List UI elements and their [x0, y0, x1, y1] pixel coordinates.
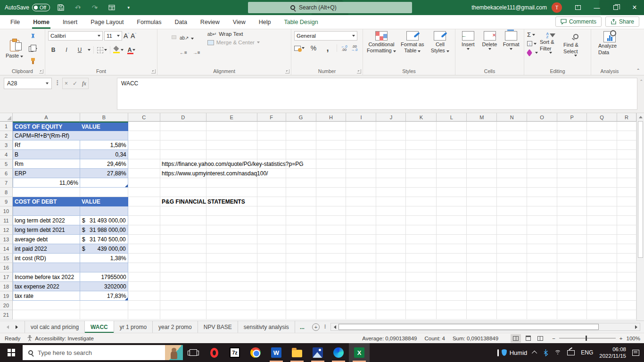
cell-Q11[interactable]	[587, 216, 617, 225]
cell-M19[interactable]	[467, 291, 497, 301]
cell-D8[interactable]	[160, 188, 206, 197]
clipboard-dialog-launcher[interactable]	[39, 69, 43, 74]
restore-button[interactable]	[606, 0, 625, 15]
cell-Q14[interactable]	[587, 244, 617, 254]
cell-N14[interactable]	[497, 244, 527, 254]
cell-A5[interactable]: Rm	[13, 159, 80, 169]
cell-J9[interactable]	[376, 197, 406, 206]
cell-C7[interactable]	[128, 178, 160, 188]
ribbon-tab-insert[interactable]: Insert	[56, 15, 84, 29]
cell-C9[interactable]	[128, 197, 160, 206]
underline-button[interactable]: U	[74, 45, 85, 55]
cell-B10[interactable]	[80, 206, 128, 216]
cell-R18[interactable]	[617, 282, 636, 291]
cell-L17[interactable]	[437, 272, 467, 282]
cell-R14[interactable]	[617, 244, 636, 254]
cell-O9[interactable]	[527, 197, 557, 206]
cell-R12[interactable]	[617, 225, 636, 235]
cell-F21[interactable]	[257, 310, 286, 320]
cell-R7[interactable]	[617, 178, 636, 188]
row-header-14[interactable]: 14	[0, 244, 13, 254]
cell-D15[interactable]	[160, 254, 206, 263]
cell-N9[interactable]	[497, 197, 527, 206]
find-select-button[interactable]: Find & Select	[563, 32, 588, 67]
decrease-indent-button[interactable]: ←≡	[177, 46, 190, 58]
cell-D17[interactable]	[160, 272, 206, 282]
cell-E17[interactable]	[206, 272, 257, 282]
cell-L1[interactable]	[437, 122, 467, 131]
cell-K18[interactable]	[406, 282, 437, 291]
cell-O10[interactable]	[527, 206, 557, 216]
column-header-D[interactable]: D	[160, 113, 206, 122]
cell-M18[interactable]	[467, 282, 497, 291]
cell-M6[interactable]	[467, 169, 497, 178]
align-left-button[interactable]	[160, 50, 165, 54]
cell-E15[interactable]	[206, 254, 257, 263]
wrap-text-button[interactable]: ab↵Wrap Text	[207, 31, 260, 37]
cell-B21[interactable]	[80, 310, 128, 320]
cell-R15[interactable]	[617, 254, 636, 263]
cell-F12[interactable]	[257, 225, 286, 235]
cell-C15[interactable]	[128, 254, 160, 263]
cell-K19[interactable]	[406, 291, 437, 301]
opera-taskbar-item[interactable]	[204, 343, 224, 362]
cell-L15[interactable]	[437, 254, 467, 263]
cell-H15[interactable]	[316, 254, 347, 263]
cell-B4[interactable]: 0,34	[80, 150, 128, 159]
cell-E13[interactable]	[206, 235, 257, 244]
cell-L4[interactable]	[437, 150, 467, 159]
cell-I18[interactable]	[346, 282, 376, 291]
cell-B1[interactable]: VALUE	[80, 122, 128, 131]
row-header-18[interactable]: 18	[0, 282, 13, 291]
cell-N19[interactable]	[497, 291, 527, 301]
row-header-13[interactable]: 13	[0, 235, 13, 244]
save-button[interactable]	[55, 2, 67, 13]
cell-H4[interactable]	[316, 150, 347, 159]
bluetooth-icon[interactable]	[543, 349, 548, 356]
cell-D11[interactable]	[160, 216, 206, 225]
cell-J15[interactable]	[376, 254, 406, 263]
cell-I10[interactable]	[346, 206, 376, 216]
cell-O2[interactable]	[527, 131, 557, 140]
sheet-nav-prev-icon[interactable]	[7, 325, 9, 329]
cell-G19[interactable]	[286, 291, 316, 301]
cell-C11[interactable]	[128, 216, 160, 225]
cell-I15[interactable]	[346, 254, 376, 263]
search-box[interactable]: Search (Alt+Q)	[248, 2, 412, 13]
language-indicator[interactable]: ENG	[581, 349, 593, 356]
sheet-tab-npv-base[interactable]: NPV BASE	[198, 321, 238, 333]
column-header-C[interactable]: C	[128, 113, 160, 122]
cell-G3[interactable]	[286, 140, 316, 150]
cell-E8[interactable]	[206, 188, 257, 197]
cell-G8[interactable]	[286, 188, 316, 197]
grow-font-button[interactable]: Aˆ	[124, 32, 129, 40]
cell-E14[interactable]	[206, 244, 257, 254]
7zip-taskbar-item[interactable]: 7z	[224, 343, 245, 362]
cell-C10[interactable]	[128, 206, 160, 216]
cell-L10[interactable]	[437, 206, 467, 216]
cell-K4[interactable]	[406, 150, 437, 159]
cell-F15[interactable]	[257, 254, 286, 263]
cell-M11[interactable]	[467, 216, 497, 225]
cell-J17[interactable]	[376, 272, 406, 282]
number-dialog-launcher[interactable]	[357, 69, 361, 74]
cell-M3[interactable]	[467, 140, 497, 150]
cell-L8[interactable]	[437, 188, 467, 197]
cell-I11[interactable]	[346, 216, 376, 225]
cell-G21[interactable]	[286, 310, 316, 320]
cell-C12[interactable]	[128, 225, 160, 235]
analyze-data-button[interactable]: Analyze Data	[598, 31, 621, 67]
cell-P12[interactable]	[557, 225, 587, 235]
cell-M10[interactable]	[467, 206, 497, 216]
cell-D2[interactable]	[160, 131, 206, 140]
cell-B16[interactable]	[80, 263, 128, 272]
cell-I2[interactable]	[346, 131, 376, 140]
cell-Q4[interactable]	[587, 150, 617, 159]
percent-style-button[interactable]: %	[308, 43, 319, 53]
cell-E11[interactable]	[206, 216, 257, 225]
touch-keyboard-icon[interactable]	[567, 350, 575, 355]
cell-P6[interactable]	[557, 169, 587, 178]
cell-H1[interactable]	[316, 122, 347, 131]
account-email[interactable]: thembekacele111@gmail.com	[471, 4, 547, 11]
cell-D10[interactable]	[160, 206, 206, 216]
